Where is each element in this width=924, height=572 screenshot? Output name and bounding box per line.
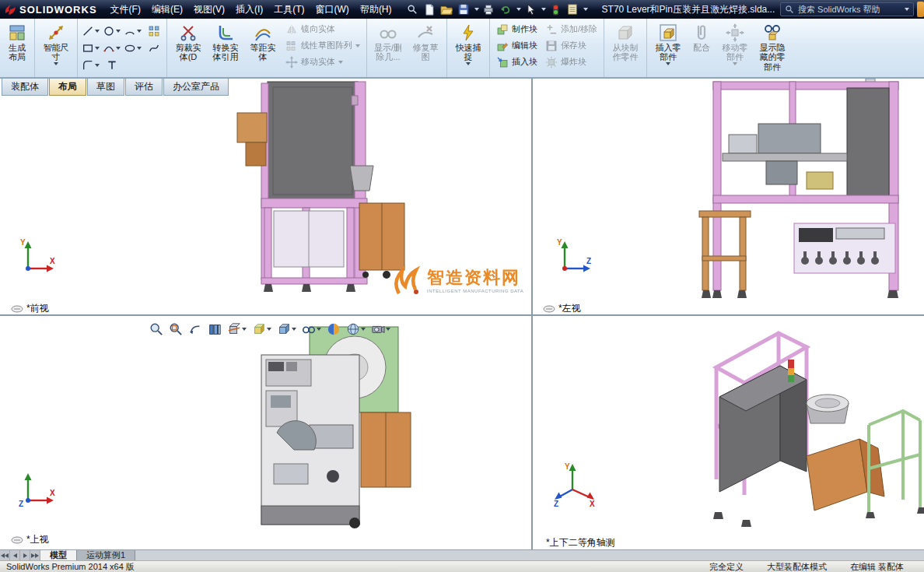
apply-scene-caret[interactable] xyxy=(361,328,366,331)
edit-block-button[interactable]: 编辑块 xyxy=(492,37,541,54)
smart-dimension-caret[interactable] xyxy=(54,62,58,65)
save-dropdown-caret[interactable] xyxy=(474,8,479,11)
linear-pattern-caret[interactable] xyxy=(355,44,360,47)
search-dropdown-caret[interactable] xyxy=(905,8,909,11)
make-part-from-block-button[interactable]: 从块制作零件 xyxy=(607,21,644,65)
insert-components-button[interactable]: 插入零部件 xyxy=(649,21,687,68)
left-view-pane[interactable] xyxy=(533,79,924,314)
create-layout-button[interactable]: 生成布局 xyxy=(2,21,32,65)
graphics-viewport[interactable]: 智造资料网 INTELLIGENT MANUFACTURING DATA Y X… xyxy=(0,78,924,549)
previous-view-button[interactable] xyxy=(187,321,204,338)
zoom-area-button[interactable] xyxy=(167,321,184,338)
three-point-arc-caret[interactable] xyxy=(116,47,121,50)
tab-assembly[interactable]: 装配体 xyxy=(2,79,48,96)
display-delete-relations-button[interactable]: 显示/删除几... xyxy=(369,21,407,65)
add-remove-button[interactable]: 添加/移除 xyxy=(541,21,601,37)
section-view-caret[interactable] xyxy=(242,328,247,331)
hide-show-caret[interactable] xyxy=(317,328,321,331)
tab-layout[interactable]: 布局 xyxy=(49,79,86,96)
help-search-box[interactable]: 搜索 SolidWorks 帮助 xyxy=(780,2,914,16)
search-toggle-icon[interactable] xyxy=(405,2,420,17)
mirror-entities-button[interactable]: 镜向实体 xyxy=(282,21,364,37)
select-dropdown-caret[interactable] xyxy=(541,8,546,11)
menu-edit[interactable]: 编辑(E) xyxy=(146,1,188,19)
make-block-button[interactable]: 制作块 xyxy=(492,21,541,37)
offset-entities-button[interactable]: 等距实体 xyxy=(244,21,282,65)
ellipse-tool-button[interactable] xyxy=(122,40,143,57)
section-view-button[interactable] xyxy=(226,321,248,338)
print-icon[interactable] xyxy=(481,2,496,17)
help-button[interactable] xyxy=(917,2,924,17)
mate-button[interactable]: 配合 xyxy=(687,21,716,54)
view-settings-button[interactable] xyxy=(369,321,392,338)
tab-office-products[interactable]: 办公室产品 xyxy=(163,79,229,96)
edit-appearance-button[interactable] xyxy=(325,321,342,338)
ellipse-caret[interactable] xyxy=(137,47,142,50)
rebuild-icon[interactable] xyxy=(548,2,563,17)
tab-scroll-prev-button[interactable] xyxy=(10,550,20,560)
options-dropdown-caret[interactable] xyxy=(583,8,588,11)
text-tool-button[interactable] xyxy=(101,57,122,74)
linear-sketch-pattern-button[interactable]: 线性草图阵列 xyxy=(282,37,364,54)
show-hidden-components-button[interactable]: 显示隐藏的零部件 xyxy=(754,21,791,74)
move-entities-caret[interactable] xyxy=(338,61,343,64)
line-tool-button[interactable] xyxy=(80,23,101,40)
rectangle-caret[interactable] xyxy=(95,47,100,50)
repair-sketch-button[interactable]: 修复草图 xyxy=(407,21,444,65)
smart-dimension-button[interactable]: 智能尺寸 xyxy=(37,21,75,68)
menu-insert[interactable]: 插入(I) xyxy=(230,1,268,19)
move-component-caret[interactable] xyxy=(733,62,737,65)
view-orientation-button[interactable] xyxy=(250,321,273,338)
sketch-pattern-tool-button[interactable] xyxy=(143,23,164,40)
menu-help[interactable]: 帮助(H) xyxy=(355,1,397,19)
display-style-button[interactable] xyxy=(275,321,298,338)
menu-file[interactable]: 文件(F) xyxy=(105,1,146,19)
open-document-icon[interactable] xyxy=(439,2,454,17)
tab-scroll-next-button[interactable] xyxy=(20,550,30,560)
apply-scene-button[interactable] xyxy=(345,321,367,338)
fillet-caret[interactable] xyxy=(95,64,100,67)
view-settings-caret[interactable] xyxy=(386,328,390,331)
horizontal-pane-divider[interactable] xyxy=(0,314,924,316)
save-block-button[interactable]: 保存块 xyxy=(541,37,601,54)
display-style-caret[interactable] xyxy=(292,328,296,331)
fillet-tool-button[interactable] xyxy=(80,57,101,74)
move-component-button[interactable]: 移动零部件 xyxy=(716,21,754,68)
arc-tool-button[interactable] xyxy=(122,23,143,40)
circle-caret[interactable] xyxy=(116,30,121,33)
explode-block-button[interactable]: 爆炸块 xyxy=(541,54,601,70)
view-orientation-caret[interactable] xyxy=(267,328,271,331)
menu-tools[interactable]: 工具(T) xyxy=(268,1,310,19)
motion-study-tab[interactable]: 运动算例1 xyxy=(77,550,135,560)
circle-tool-button[interactable] xyxy=(101,23,122,40)
top-view-pane[interactable] xyxy=(0,316,531,549)
insert-block-button[interactable]: 插入块 xyxy=(492,54,541,70)
menu-window[interactable]: 窗口(W) xyxy=(310,1,355,19)
hide-show-items-button[interactable] xyxy=(300,321,323,338)
line-caret[interactable] xyxy=(95,30,100,33)
measure-tools-button[interactable] xyxy=(206,321,223,338)
quick-snaps-caret[interactable] xyxy=(466,62,471,65)
arc-caret[interactable] xyxy=(137,30,142,33)
undo-icon[interactable] xyxy=(499,2,513,17)
menu-view[interactable]: 视图(V) xyxy=(188,1,230,19)
tab-scroll-last-button[interactable] xyxy=(30,550,40,560)
insert-components-caret[interactable] xyxy=(666,62,670,65)
isometric-view-pane[interactable] xyxy=(533,316,924,549)
rectangle-tool-button[interactable] xyxy=(80,40,101,57)
tab-evaluate[interactable]: 评估 xyxy=(125,79,163,96)
tab-sketch[interactable]: 草图 xyxy=(87,79,124,96)
quick-snaps-button[interactable]: 快速捕捉 xyxy=(450,21,487,68)
spline-tool-button[interactable] xyxy=(143,40,164,57)
options-icon[interactable] xyxy=(565,2,580,17)
zoom-fit-button[interactable] xyxy=(148,321,165,338)
save-icon[interactable] xyxy=(457,2,471,17)
new-document-icon[interactable] xyxy=(422,2,437,17)
undo-dropdown-caret[interactable] xyxy=(516,8,521,11)
convert-entities-button[interactable]: 转换实体引用 xyxy=(207,21,244,65)
move-entities-button[interactable]: 移动实体 xyxy=(282,54,364,70)
model-tab[interactable]: 模型 xyxy=(40,550,77,560)
trim-entities-button[interactable]: 剪裁实体(D xyxy=(170,21,207,65)
tab-scroll-first-button[interactable] xyxy=(0,550,10,560)
select-arrow-icon[interactable] xyxy=(523,2,538,17)
